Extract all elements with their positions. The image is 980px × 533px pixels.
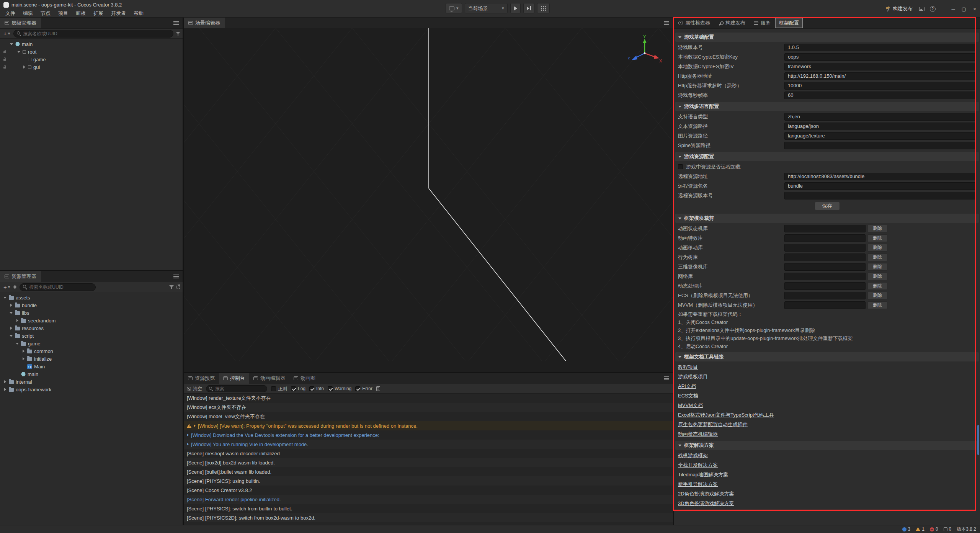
expand-arrow-icon[interactable] xyxy=(10,312,13,314)
warning-count[interactable]: 1 xyxy=(916,526,924,532)
info-filter[interactable]: Info xyxy=(309,386,324,391)
module-field[interactable] xyxy=(784,282,866,290)
expand-arrow-icon[interactable] xyxy=(23,65,25,69)
module-field[interactable] xyxy=(784,225,866,232)
section-resource-config[interactable]: 游戏资源配置 xyxy=(675,152,979,161)
asset-row-bundle[interactable]: bundle xyxy=(0,301,183,309)
section-basic-config[interactable]: 游戏基础配置 xyxy=(675,33,979,42)
filter-icon[interactable] xyxy=(169,285,174,289)
misc-count[interactable]: 0 xyxy=(944,526,952,532)
menu-extension[interactable]: 扩展 xyxy=(90,9,107,18)
section-module-trim[interactable]: 框架模块裁剪 xyxy=(675,214,979,223)
delete-module-button[interactable]: 删除 xyxy=(867,253,887,261)
menu-node[interactable]: 节点 xyxy=(37,9,54,18)
tree-row-main[interactable]: main xyxy=(0,40,183,48)
error-count[interactable]: 0 xyxy=(930,526,938,532)
log-row[interactable]: [Scene] [bullet]:bullet wasm lib loaded. xyxy=(184,467,673,476)
expand-arrow-icon[interactable] xyxy=(23,357,24,360)
log-filter[interactable]: Log xyxy=(291,386,305,391)
module-field[interactable] xyxy=(784,244,866,252)
log-row[interactable]: [Scene] [PHYSICS2D]: switch from box2d-w… xyxy=(184,513,673,522)
link-tiledmap-solution[interactable]: Tiledmap地图解决方案 xyxy=(674,470,980,479)
panel-menu-icon[interactable] xyxy=(664,23,669,23)
asset-row-game[interactable]: game xyxy=(0,340,183,347)
tab-framework-config[interactable]: 框架配置 xyxy=(775,18,803,28)
remote-load-checkbox[interactable] xyxy=(678,164,683,169)
expand-arrow-icon[interactable] xyxy=(4,388,6,391)
link-hotupdate-plugin[interactable]: 原生包热更新配置自动生成插件 xyxy=(674,420,980,429)
game-version-input[interactable] xyxy=(784,44,975,51)
link-3drpg-solution[interactable]: 3D角色扮演游戏解决方案 xyxy=(674,499,980,508)
crypto-iv-input[interactable] xyxy=(784,63,975,70)
assets-search[interactable] xyxy=(20,283,95,291)
regex-filter[interactable]: 正则 xyxy=(271,386,287,392)
log-checkbox[interactable] xyxy=(291,386,296,391)
http-server-input[interactable] xyxy=(784,72,975,80)
minimize-button[interactable]: ─ xyxy=(948,3,959,15)
close-button[interactable]: × xyxy=(969,3,980,15)
tab-animation-graph[interactable]: 动画图 xyxy=(289,373,320,384)
collapse-logs-icon[interactable] xyxy=(376,386,380,391)
expand-chevron-icon[interactable] xyxy=(194,424,196,427)
expand-chevron-icon[interactable] xyxy=(187,443,189,446)
expand-arrow-icon[interactable] xyxy=(10,43,13,45)
current-scene-dropdown[interactable]: 当前场景 ▾ xyxy=(465,3,508,13)
panel-menu-icon[interactable] xyxy=(664,378,669,379)
section-solutions[interactable]: 框架解决方案 xyxy=(675,441,979,450)
remote-url-input[interactable] xyxy=(784,173,975,180)
log-row[interactable]: [Scene] [box2d]:box2d wasm lib loaded. xyxy=(184,458,673,467)
hierarchy-search-input[interactable] xyxy=(23,31,170,36)
error-filter[interactable]: Error xyxy=(355,386,372,391)
delete-module-button[interactable]: 删除 xyxy=(867,282,887,290)
image-path-input[interactable] xyxy=(784,132,975,140)
link-tutorial-project[interactable]: 教程项目 xyxy=(674,362,980,372)
expand-arrow-icon[interactable] xyxy=(10,304,12,307)
module-field[interactable] xyxy=(784,263,866,271)
sort-icon[interactable] xyxy=(13,285,17,289)
refresh-icon[interactable] xyxy=(176,285,180,289)
maximize-button[interactable]: ▢ xyxy=(959,3,969,15)
tree-row-game[interactable]: game xyxy=(0,56,183,63)
preview-platform-button[interactable]: ▾ xyxy=(446,3,462,13)
warning-checkbox[interactable] xyxy=(328,386,333,391)
log-row[interactable]: [Window] render_texture文件夹不存在 xyxy=(184,394,673,403)
expand-arrow-icon[interactable] xyxy=(10,335,13,337)
module-field[interactable] xyxy=(784,253,866,261)
asset-row-script[interactable]: script xyxy=(0,332,183,340)
expand-arrow-icon[interactable] xyxy=(16,319,18,322)
link-guide-solution[interactable]: 新手引导解决方案 xyxy=(674,479,980,489)
tab-asset-preview[interactable]: 资源预览 xyxy=(184,373,219,384)
menu-developer[interactable]: 开发者 xyxy=(107,9,130,18)
delete-module-button[interactable]: 删除 xyxy=(867,244,887,252)
spine-path-input[interactable] xyxy=(784,142,975,149)
menu-edit[interactable]: 编辑 xyxy=(19,9,37,18)
link-tactics-framework[interactable]: 战棋游戏框架 xyxy=(674,451,980,460)
log-row[interactable]: [Scene] Forward render pipeline initiali… xyxy=(184,495,673,504)
tree-row-gui[interactable]: gui xyxy=(0,63,183,71)
lock-icon[interactable] xyxy=(3,67,6,69)
http-timeout-input[interactable] xyxy=(784,82,975,90)
log-row[interactable]: [Scene] [PHYSICS]: using builtin. xyxy=(184,476,673,486)
asset-row-common[interactable]: common xyxy=(0,347,183,355)
tab-animation-editor[interactable]: 动画编辑器 xyxy=(249,373,289,384)
delete-module-button[interactable]: 删除 xyxy=(867,273,887,280)
save-button[interactable]: 保存 xyxy=(815,202,840,210)
module-field[interactable] xyxy=(784,301,866,309)
asset-row-oops-framework[interactable]: oops-framework xyxy=(0,386,183,393)
menu-project[interactable]: 项目 xyxy=(54,9,72,18)
expand-arrow-icon[interactable] xyxy=(17,51,20,53)
hierarchy-search[interactable] xyxy=(13,30,173,38)
console-search-input[interactable] xyxy=(215,386,264,391)
info-count[interactable]: 3 xyxy=(902,526,911,532)
expand-chevron-icon[interactable] xyxy=(187,433,189,437)
tab-build-publish[interactable]: 构建发布 xyxy=(714,18,750,28)
crypto-key-input[interactable] xyxy=(784,53,975,61)
asset-row-resources[interactable]: resources xyxy=(0,324,183,332)
module-field[interactable] xyxy=(784,273,866,280)
asset-row-main-ts[interactable]: TS Main xyxy=(0,363,183,370)
log-row[interactable]: [Window] ecs文件夹不存在 xyxy=(184,403,673,412)
tab-hierarchy[interactable]: 层级管理器 xyxy=(0,18,41,28)
lock-icon[interactable] xyxy=(3,51,6,53)
create-asset-button[interactable]: +▾ xyxy=(2,284,11,290)
language-types-input[interactable] xyxy=(784,113,975,121)
